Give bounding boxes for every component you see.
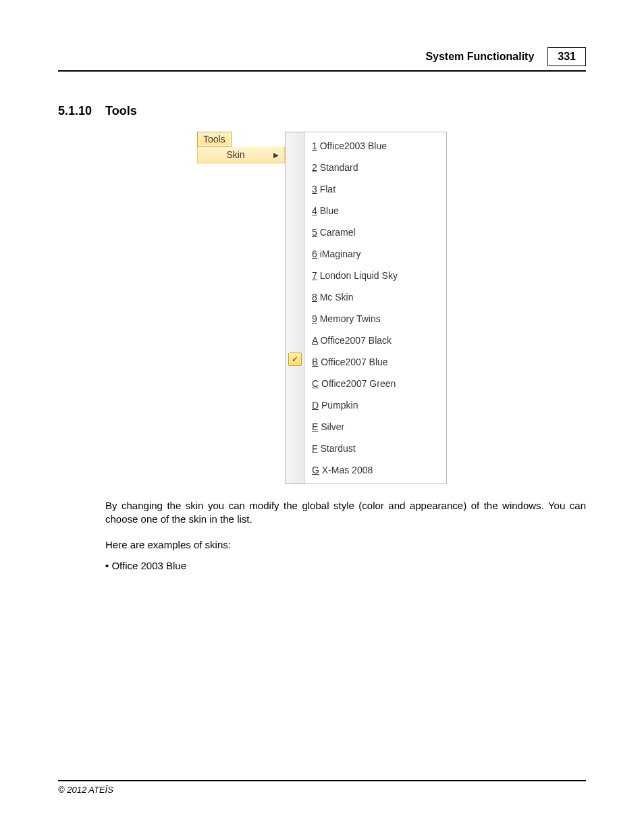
submenu-gutter-slot	[286, 219, 304, 240]
skin-option-label: Office2003 Blue	[317, 140, 387, 151]
submenu-gutter-slot	[286, 240, 304, 262]
tools-menu-button[interactable]: Tools	[197, 132, 232, 147]
submenu-gutter-slot	[286, 392, 304, 413]
skin-option-accelerator: 3	[312, 184, 317, 194]
skin-option-accelerator: F	[312, 443, 318, 454]
submenu-gutter-slot	[286, 176, 304, 197]
submenu-gutter-slot	[286, 132, 304, 154]
skin-option[interactable]: C Office2007 Green	[312, 373, 439, 394]
skin-option-accelerator: 5	[312, 227, 317, 238]
skin-option-accelerator: 4	[312, 205, 317, 216]
skin-option[interactable]: D Pumpkin	[312, 394, 439, 416]
page-footer: © 2012 ATEÏS	[58, 780, 586, 795]
menu-figure: Tools Skin ▶ ✓ 1 Office2003 Blue2 Standa…	[58, 132, 586, 484]
submenu-gutter-slot	[286, 435, 304, 457]
skin-option-label: Standard	[317, 162, 358, 173]
body-paragraph-1: By changing the skin you can modify the …	[58, 499, 586, 527]
skin-submenu: ✓ 1 Office2003 Blue2 Standard3 Flat4 Blu…	[285, 132, 447, 484]
skin-option[interactable]: 3 Flat	[312, 178, 439, 200]
skin-option-accelerator: 8	[312, 292, 317, 303]
skin-option-label: X-Mas 2008	[319, 465, 373, 475]
skin-option-label: Memory Twins	[317, 313, 381, 324]
submenu-arrow-icon: ▶	[273, 151, 279, 159]
submenu-gutter-slot	[286, 457, 304, 478]
skin-option-accelerator: A	[312, 335, 318, 346]
submenu-gutter-slot	[286, 305, 304, 327]
skin-option-accelerator: 1	[312, 140, 317, 151]
skin-option-accelerator: E	[312, 421, 318, 432]
skin-option-label: London Liquid Sky	[317, 270, 398, 281]
bullet-item: • Office 2003 Blue	[58, 560, 586, 571]
skin-option-label: iMaginary	[317, 249, 361, 259]
skin-option[interactable]: 6 iMaginary	[312, 243, 439, 265]
skin-option-accelerator: 2	[312, 162, 317, 173]
skin-option-label: Pumpkin	[319, 400, 358, 411]
skin-option[interactable]: 5 Caramel	[312, 221, 439, 243]
submenu-gutter-slot	[286, 413, 304, 435]
skin-option[interactable]: G X-Mas 2008	[312, 459, 439, 481]
skin-option-accelerator: 7	[312, 270, 317, 281]
submenu-gutter-slot	[286, 327, 304, 348]
skin-option[interactable]: A Office2007 Black	[312, 330, 439, 351]
skin-menu-item[interactable]: Skin ▶	[197, 147, 285, 163]
skin-option-label: Mc Skin	[317, 292, 354, 303]
copyright-text: © 2012 ATEÏS	[58, 785, 113, 795]
skin-option-accelerator: C	[312, 378, 319, 389]
skin-option-label: Flat	[317, 184, 336, 194]
skin-option[interactable]: F Stardust	[312, 438, 439, 459]
skin-option-accelerator: 9	[312, 313, 317, 324]
skin-option-label: Caramel	[317, 227, 356, 238]
page-number: 331	[547, 47, 586, 66]
skin-option[interactable]: 8 Mc Skin	[312, 286, 439, 308]
skin-option[interactable]: E Silver	[312, 416, 439, 438]
skin-option[interactable]: 2 Standard	[312, 157, 439, 178]
skin-option-accelerator: G	[312, 465, 319, 475]
submenu-gutter-slot	[286, 154, 304, 176]
skin-option-label: Office2007 Blue	[318, 357, 387, 367]
body-paragraph-2: Here are examples of skins:	[58, 539, 586, 550]
submenu-gutter-slot	[286, 370, 304, 392]
skin-option-label: Blue	[317, 205, 339, 216]
section-heading: 5.1.10 Tools	[58, 104, 586, 118]
skin-option-accelerator: B	[312, 357, 318, 367]
skin-option[interactable]: 1 Office2003 Blue	[312, 135, 439, 157]
skin-option-label: Office2007 Black	[318, 335, 392, 346]
submenu-gutter-slot	[286, 284, 304, 305]
skin-menu-label: Skin	[198, 149, 273, 160]
submenu-gutter-slot	[286, 197, 304, 219]
section-title: Tools	[105, 104, 137, 118]
skin-option[interactable]: 9 Memory Twins	[312, 308, 439, 330]
skin-option-label: Office2007 Green	[319, 378, 396, 389]
skin-option[interactable]: 4 Blue	[312, 200, 439, 221]
page-header: System Functionality 331	[58, 47, 586, 72]
skin-option-label: Silver	[318, 421, 344, 432]
skin-option-accelerator: D	[312, 400, 319, 411]
header-title: System Functionality	[425, 51, 534, 63]
bullet-dot: •	[105, 560, 111, 571]
check-icon: ✓	[288, 353, 302, 366]
submenu-gutter-slot: ✓	[286, 348, 304, 370]
submenu-gutter-slot	[286, 262, 304, 284]
skin-option[interactable]: B Office2007 Blue	[312, 351, 439, 373]
skin-option-label: Stardust	[318, 443, 356, 454]
skin-option-accelerator: 6	[312, 249, 317, 259]
skin-option[interactable]: 7 London Liquid Sky	[312, 265, 439, 286]
section-number: 5.1.10	[58, 104, 105, 118]
bullet-text: Office 2003 Blue	[111, 560, 186, 571]
